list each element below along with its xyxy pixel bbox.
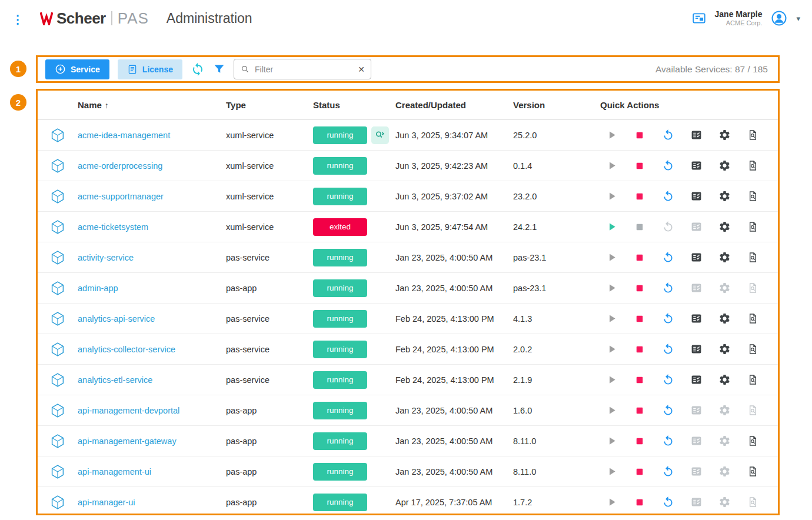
service-log-action-icon[interactable] bbox=[690, 435, 703, 448]
stop-action-icon[interactable] bbox=[633, 282, 646, 295]
stop-action-icon[interactable] bbox=[633, 465, 646, 478]
stop-action-icon[interactable] bbox=[633, 251, 646, 264]
start-action-icon[interactable] bbox=[605, 374, 618, 386]
log-analyzer-action-icon[interactable] bbox=[746, 404, 759, 417]
start-action-icon[interactable] bbox=[605, 435, 618, 448]
log-analyzer-action-icon[interactable] bbox=[746, 282, 759, 295]
settings-action-icon[interactable] bbox=[718, 465, 731, 478]
restart-action-icon[interactable] bbox=[661, 282, 674, 295]
status-details-button[interactable] bbox=[371, 126, 389, 144]
start-action-icon[interactable] bbox=[605, 465, 618, 478]
service-name-link[interactable]: api-management-gateway bbox=[78, 436, 177, 446]
service-log-action-icon[interactable] bbox=[690, 221, 703, 234]
log-panel-icon[interactable] bbox=[691, 11, 707, 26]
column-header-status[interactable]: Status bbox=[313, 100, 395, 110]
sort-ascending-icon[interactable]: ↑ bbox=[105, 101, 109, 110]
log-analyzer-action-icon[interactable] bbox=[746, 374, 759, 386]
start-action-icon[interactable] bbox=[605, 496, 618, 509]
service-name-link[interactable]: acme-ticketsystem bbox=[78, 222, 148, 232]
restart-action-icon[interactable] bbox=[661, 159, 674, 172]
add-service-button[interactable]: Service bbox=[45, 59, 109, 79]
service-name-link[interactable]: acme-supportmanager bbox=[78, 192, 164, 201]
stop-action-icon[interactable] bbox=[633, 221, 646, 234]
restart-action-icon[interactable] bbox=[661, 221, 674, 234]
stop-action-icon[interactable] bbox=[633, 343, 646, 356]
service-name-link[interactable]: acme-idea-management bbox=[78, 131, 170, 140]
stop-action-icon[interactable] bbox=[633, 374, 646, 386]
clear-filter-icon[interactable]: ✕ bbox=[358, 65, 365, 74]
log-analyzer-action-icon[interactable] bbox=[746, 435, 759, 448]
restart-action-icon[interactable] bbox=[661, 129, 674, 142]
column-header-created[interactable]: Created/Updated bbox=[395, 100, 513, 110]
stop-action-icon[interactable] bbox=[633, 404, 646, 417]
stop-action-icon[interactable] bbox=[633, 496, 646, 509]
log-analyzer-action-icon[interactable] bbox=[746, 465, 759, 478]
start-action-icon[interactable] bbox=[605, 282, 618, 295]
start-action-icon[interactable] bbox=[605, 221, 618, 234]
user-menu-caret-icon[interactable]: ▾ bbox=[796, 14, 800, 23]
log-analyzer-action-icon[interactable] bbox=[746, 312, 759, 325]
settings-action-icon[interactable] bbox=[718, 159, 731, 172]
start-action-icon[interactable] bbox=[605, 343, 618, 356]
settings-action-icon[interactable] bbox=[718, 435, 731, 448]
restart-action-icon[interactable] bbox=[661, 435, 674, 448]
settings-action-icon[interactable] bbox=[718, 282, 731, 295]
service-log-action-icon[interactable] bbox=[690, 190, 703, 203]
log-analyzer-action-icon[interactable] bbox=[746, 221, 759, 234]
restart-action-icon[interactable] bbox=[661, 465, 674, 478]
stop-action-icon[interactable] bbox=[633, 190, 646, 203]
log-analyzer-action-icon[interactable] bbox=[746, 129, 759, 142]
restart-action-icon[interactable] bbox=[661, 374, 674, 386]
settings-action-icon[interactable] bbox=[718, 312, 731, 325]
service-name-link[interactable]: analytics-etl-service bbox=[78, 375, 152, 385]
filter-funnel-icon[interactable] bbox=[213, 63, 225, 75]
service-name-link[interactable]: activity-service bbox=[78, 253, 134, 262]
service-log-action-icon[interactable] bbox=[690, 251, 703, 264]
service-log-action-icon[interactable] bbox=[690, 374, 703, 386]
stop-action-icon[interactable] bbox=[633, 129, 646, 142]
column-header-type[interactable]: Type bbox=[226, 100, 313, 110]
service-name-link[interactable]: api-management-devportal bbox=[78, 406, 179, 415]
filter-field[interactable]: ✕ bbox=[234, 59, 371, 79]
service-name-link[interactable]: api-management-ui bbox=[78, 467, 151, 476]
stop-action-icon[interactable] bbox=[633, 312, 646, 325]
service-log-action-icon[interactable] bbox=[690, 282, 703, 295]
settings-action-icon[interactable] bbox=[718, 374, 731, 386]
start-action-icon[interactable] bbox=[605, 251, 618, 264]
user-avatar-icon[interactable] bbox=[770, 9, 788, 27]
restart-action-icon[interactable] bbox=[661, 251, 674, 264]
filter-input[interactable] bbox=[255, 65, 353, 74]
refresh-icon[interactable] bbox=[191, 62, 205, 76]
start-action-icon[interactable] bbox=[605, 404, 618, 417]
restart-action-icon[interactable] bbox=[661, 343, 674, 356]
settings-action-icon[interactable] bbox=[718, 404, 731, 417]
settings-action-icon[interactable] bbox=[718, 129, 731, 142]
start-action-icon[interactable] bbox=[605, 312, 618, 325]
license-button[interactable]: License bbox=[118, 59, 182, 79]
restart-action-icon[interactable] bbox=[661, 190, 674, 203]
settings-action-icon[interactable] bbox=[718, 221, 731, 234]
service-name-link[interactable]: analytics-api-service bbox=[78, 314, 155, 324]
settings-action-icon[interactable] bbox=[718, 251, 731, 264]
settings-action-icon[interactable] bbox=[718, 496, 731, 509]
service-log-action-icon[interactable] bbox=[690, 496, 703, 509]
settings-action-icon[interactable] bbox=[718, 343, 731, 356]
service-log-action-icon[interactable] bbox=[690, 159, 703, 172]
column-header-version[interactable]: Version bbox=[513, 100, 595, 110]
service-log-action-icon[interactable] bbox=[690, 312, 703, 325]
log-analyzer-action-icon[interactable] bbox=[746, 190, 759, 203]
start-action-icon[interactable] bbox=[605, 190, 618, 203]
start-action-icon[interactable] bbox=[605, 129, 618, 142]
log-analyzer-action-icon[interactable] bbox=[746, 496, 759, 509]
service-name-link[interactable]: analytics-collector-service bbox=[78, 345, 175, 354]
service-log-action-icon[interactable] bbox=[690, 404, 703, 417]
service-name-link[interactable]: api-manager-ui bbox=[78, 498, 135, 507]
menu-dots-icon[interactable]: ⋮ bbox=[12, 12, 27, 26]
service-name-link[interactable]: acme-orderprocessing bbox=[78, 161, 162, 171]
start-action-icon[interactable] bbox=[605, 159, 618, 172]
log-analyzer-action-icon[interactable] bbox=[746, 343, 759, 356]
service-log-action-icon[interactable] bbox=[690, 465, 703, 478]
restart-action-icon[interactable] bbox=[661, 404, 674, 417]
log-analyzer-action-icon[interactable] bbox=[746, 159, 759, 172]
restart-action-icon[interactable] bbox=[661, 496, 674, 509]
